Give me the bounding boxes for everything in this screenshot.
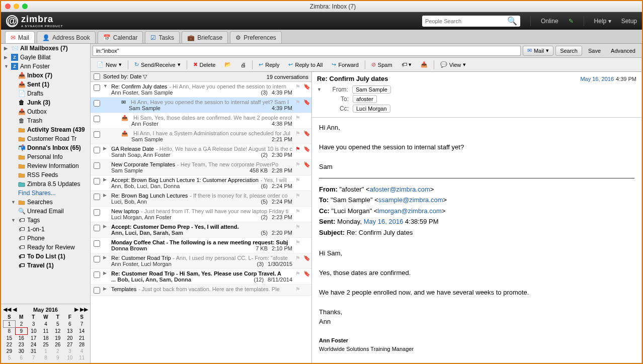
replyall-button[interactable]: ↩Reply to All (285, 60, 326, 69)
flag-icon[interactable]: ⚑ (295, 208, 300, 215)
folder-item[interactable]: 📄Drafts (1, 89, 90, 98)
reply-button[interactable]: ↩Reply (256, 60, 282, 69)
sort-label[interactable]: Sorted by: Date ▽ (103, 73, 264, 80)
delete-button[interactable]: ✖Delete (190, 60, 219, 69)
flag-icon[interactable]: ⚑ (295, 83, 300, 90)
tag-icon[interactable]: 🔖 (303, 146, 308, 152)
tab-address[interactable]: 👤Address Book (37, 31, 96, 43)
expand-icon[interactable]: ▶ (103, 193, 108, 198)
expand-icon[interactable]: ▶ (103, 146, 108, 151)
message-item[interactable]: ▶Accept: Brown Bag Lunch Lecture 1: Cust… (91, 175, 311, 191)
unread-search[interactable]: 🔍Unread Email (1, 207, 90, 216)
cal-next[interactable]: ▶ ▶▶ (74, 306, 88, 313)
msg-checkbox[interactable] (94, 100, 100, 107)
forward-button[interactable]: ↪Forward (329, 60, 361, 69)
msg-checkbox[interactable] (94, 240, 100, 247)
sendreceive-button[interactable]: ↻Send/Receive ▾ (131, 60, 184, 69)
flag-icon[interactable]: ⚑ (295, 286, 300, 293)
tag-icon[interactable]: 🔖 (303, 83, 308, 90)
expand-icon[interactable]: ▶ (103, 255, 108, 260)
close-icon[interactable] (5, 4, 11, 9)
flag-icon[interactable]: ⚑ (295, 99, 300, 106)
tag-button[interactable]: 🏷 ▾ (398, 60, 415, 69)
message-item[interactable]: ▶Templates - Just got back from vacation… (91, 285, 311, 296)
expand-icon[interactable]: ▶ (103, 224, 108, 229)
flag-icon[interactable]: ⚑ (295, 130, 300, 137)
message-item[interactable]: New Corporate Templates - Hey Team, The … (91, 160, 311, 175)
cal-month[interactable]: May 2016 (33, 307, 58, 313)
from-chip[interactable]: Sam Sample (352, 85, 391, 94)
folder-item[interactable]: Personal Info (1, 152, 90, 161)
tab-briefcase[interactable]: 💼Briefcase (182, 31, 228, 43)
tab-mail[interactable]: ✉Mail (5, 31, 35, 43)
msg-checkbox[interactable] (94, 287, 100, 294)
tag-icon[interactable]: 🔖 (303, 255, 308, 261)
spam-button[interactable]: ⊘Spam (368, 60, 395, 69)
message-item[interactable]: ▶Accept: Customer Demo Prep - Yes, I wil… (91, 222, 311, 238)
all-mailboxes[interactable]: ▶📨All Mailboxes (7) (1, 44, 90, 53)
folder-item[interactable]: RSS Feeds (1, 170, 90, 179)
setup-link[interactable]: Setup (621, 18, 637, 25)
advanced-search[interactable]: Advanced (607, 46, 639, 56)
flag-icon[interactable]: ⚑ (295, 193, 300, 199)
tags-node[interactable]: ▼🏷Tags (1, 216, 90, 225)
message-item[interactable]: ▶Re: Customer Road Trip - Hi Sam, Yes. P… (91, 269, 311, 285)
message-item[interactable]: New laptop - Just heard from IT. They wi… (91, 207, 311, 222)
folder-item[interactable]: 📥Inbox (7) (1, 71, 90, 80)
msg-checkbox[interactable] (94, 225, 100, 231)
tag-item[interactable]: 🏷To Do List (1) (1, 252, 90, 261)
flag-icon[interactable]: ⚑ (295, 177, 300, 184)
people-search-input[interactable] (425, 18, 507, 24)
flag-icon[interactable]: ⚑ (295, 161, 300, 168)
people-search[interactable]: 🔍 (422, 16, 520, 27)
expand-icon[interactable]: ▶ (103, 270, 108, 276)
search-scope[interactable]: ✉Mail ▾ (523, 46, 553, 56)
flag-icon[interactable]: ⚑ (295, 255, 300, 261)
tab-calendar[interactable]: 📅Calendar (98, 31, 143, 43)
flag-icon[interactable]: ⚑ (295, 270, 300, 277)
msg-checkbox[interactable] (94, 131, 100, 138)
message-item[interactable]: 📤Hi Sam, Yes, those dates are confirmed.… (91, 113, 311, 129)
message-item[interactable]: ▶Re: Customer Road Trip - Ann, I used my… (91, 253, 311, 269)
flag-icon[interactable]: ⚑ (295, 224, 300, 230)
expand-icon[interactable]: ▼ (103, 83, 108, 88)
folder-item[interactable]: Zimbra 8.5 Updates (1, 179, 90, 189)
message-item[interactable]: ▶GA Release Date - Hello, We have a GA R… (91, 144, 311, 160)
cal-prev[interactable]: ◀◀ ◀ (3, 306, 17, 313)
to-chip[interactable]: afoster (353, 95, 377, 103)
msg-checkbox[interactable] (94, 84, 100, 91)
flag-icon[interactable]: ⚑ (295, 115, 300, 121)
tag-icon[interactable]: 🔖 (303, 130, 308, 137)
msg-checkbox[interactable] (94, 209, 100, 216)
cal-grid[interactable]: SMTWTFS123456789101112131415161718192021… (3, 314, 88, 361)
search-icon[interactable]: 🔍 (507, 16, 517, 26)
message-item[interactable]: Monday Coffee Chat - The following is a … (91, 238, 311, 253)
tab-tasks[interactable]: ☑Tasks (145, 31, 180, 43)
tag-icon[interactable]: 🔖 (303, 270, 308, 277)
message-item[interactable]: ✉Hi Ann, Have you opened the session to … (91, 98, 311, 113)
cc-chip[interactable]: Luci Morgan (353, 105, 390, 113)
folder-item[interactable]: 📤Outbox (1, 107, 90, 116)
tag-icon[interactable]: 🔖 (303, 99, 308, 106)
folder-item[interactable]: 🗑Junk (3) (1, 98, 90, 107)
zoom-icon[interactable] (22, 4, 28, 9)
minimize-icon[interactable] (14, 4, 19, 9)
tag-item[interactable]: 🏷Phone (1, 234, 90, 243)
msg-checkbox[interactable] (94, 162, 100, 169)
folder-item[interactable]: 📤Sent (1) (1, 80, 90, 89)
save-search[interactable]: Save (584, 46, 605, 56)
folder-item[interactable]: Customer Road Tr (1, 134, 90, 143)
flag-icon[interactable]: ⚑ (295, 239, 300, 246)
message-item[interactable]: ▼Re: Confirm July dates - Hi Ann, Have y… (91, 82, 311, 98)
search-input[interactable] (93, 46, 521, 56)
folder-item[interactable]: Review Information (1, 161, 90, 170)
folder-item[interactable]: 📬Donna's Inbox (65) (1, 143, 90, 152)
msg-checkbox[interactable] (94, 271, 100, 278)
expand-icon[interactable]: ▶ (103, 286, 108, 291)
tag-item[interactable]: 🏷1-on-1 (1, 225, 90, 234)
expand-icon[interactable]: ▶ (103, 177, 108, 182)
tag-icon[interactable]: 🔖 (303, 161, 308, 168)
tag-item[interactable]: 🏷Travel (1) (1, 261, 90, 270)
account-gayle[interactable]: ▶ZGayle Billat (1, 53, 90, 62)
msg-checkbox[interactable] (94, 194, 100, 200)
